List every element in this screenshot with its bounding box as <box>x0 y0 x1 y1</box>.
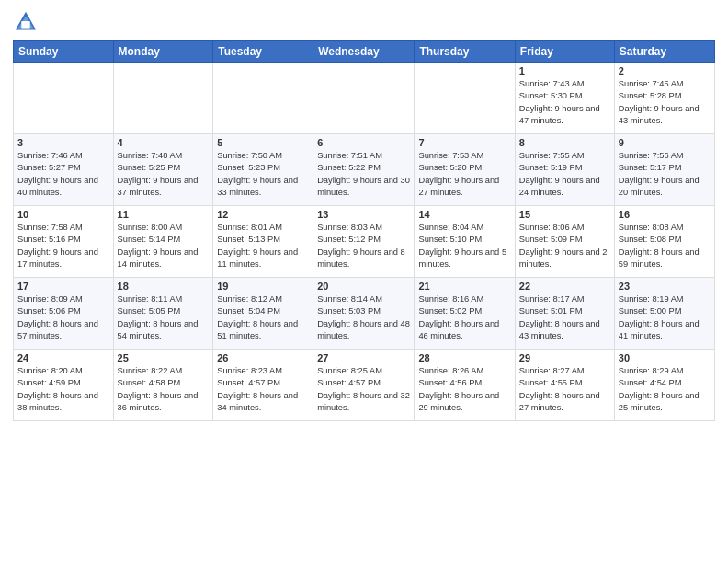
day-number: 17 <box>17 281 109 292</box>
calendar-cell: 24Sunrise: 8:20 AMSunset: 4:59 PMDayligh… <box>14 350 114 421</box>
day-number: 23 <box>619 281 711 292</box>
day-info: Sunrise: 7:43 AMSunset: 5:30 PMDaylight:… <box>519 78 610 128</box>
day-info: Sunrise: 8:17 AMSunset: 5:01 PMDaylight:… <box>519 293 610 343</box>
day-number: 27 <box>317 352 410 363</box>
day-info: Sunrise: 8:09 AMSunset: 5:06 PMDaylight:… <box>17 293 109 343</box>
day-number: 1 <box>519 65 610 76</box>
day-number: 26 <box>217 352 309 363</box>
day-info: Sunrise: 8:22 AMSunset: 4:58 PMDaylight:… <box>118 365 210 415</box>
calendar-cell: 4Sunrise: 7:48 AMSunset: 5:25 PMDaylight… <box>113 134 213 206</box>
calendar-cell: 22Sunrise: 8:17 AMSunset: 5:01 PMDayligh… <box>515 278 614 350</box>
calendar-cell: 29Sunrise: 8:27 AMSunset: 4:55 PMDayligh… <box>515 350 614 421</box>
day-info: Sunrise: 8:25 AMSunset: 4:57 PMDaylight:… <box>317 365 410 415</box>
day-number: 18 <box>118 281 210 292</box>
day-info: Sunrise: 8:27 AMSunset: 4:55 PMDaylight:… <box>519 365 610 415</box>
week-row-2: 3Sunrise: 7:46 AMSunset: 5:27 PMDaylight… <box>14 134 715 206</box>
day-info: Sunrise: 8:11 AMSunset: 5:05 PMDaylight:… <box>118 293 210 343</box>
day-number: 5 <box>217 137 309 148</box>
day-info: Sunrise: 8:20 AMSunset: 4:59 PMDaylight:… <box>17 365 109 415</box>
calendar-cell: 19Sunrise: 8:12 AMSunset: 5:04 PMDayligh… <box>213 278 313 350</box>
day-info: Sunrise: 7:58 AMSunset: 5:16 PMDaylight:… <box>17 222 109 271</box>
calendar-cell: 7Sunrise: 7:53 AMSunset: 5:20 PMDaylight… <box>415 134 515 206</box>
calendar-cell: 27Sunrise: 8:25 AMSunset: 4:57 PMDayligh… <box>313 350 415 421</box>
calendar-cell: 2Sunrise: 7:45 AMSunset: 5:28 PMDaylight… <box>614 63 714 134</box>
calendar-cell: 15Sunrise: 8:06 AMSunset: 5:09 PMDayligh… <box>515 206 614 278</box>
day-number: 29 <box>519 352 610 363</box>
day-info: Sunrise: 8:03 AMSunset: 5:12 PMDaylight:… <box>317 222 410 271</box>
day-number: 20 <box>317 281 410 292</box>
day-number: 30 <box>619 352 711 363</box>
calendar-cell: 25Sunrise: 8:22 AMSunset: 4:58 PMDayligh… <box>113 350 213 421</box>
day-info: Sunrise: 7:55 AMSunset: 5:19 PMDaylight:… <box>519 150 610 200</box>
day-number: 13 <box>317 209 410 220</box>
week-row-5: 24Sunrise: 8:20 AMSunset: 4:59 PMDayligh… <box>14 350 715 421</box>
calendar-cell: 16Sunrise: 8:08 AMSunset: 5:08 PMDayligh… <box>614 206 714 278</box>
weekday-header-saturday: Saturday <box>614 41 714 63</box>
day-number: 14 <box>418 209 510 220</box>
calendar-cell: 1Sunrise: 7:43 AMSunset: 5:30 PMDaylight… <box>515 63 614 134</box>
day-number: 10 <box>17 209 109 220</box>
day-number: 12 <box>217 209 309 220</box>
weekday-header-tuesday: Tuesday <box>213 41 313 63</box>
day-info: Sunrise: 8:19 AMSunset: 5:00 PMDaylight:… <box>619 293 711 343</box>
day-info: Sunrise: 8:01 AMSunset: 5:13 PMDaylight:… <box>217 222 309 271</box>
day-info: Sunrise: 8:14 AMSunset: 5:03 PMDaylight:… <box>317 293 410 343</box>
day-info: Sunrise: 7:45 AMSunset: 5:28 PMDaylight:… <box>619 78 711 128</box>
day-info: Sunrise: 8:04 AMSunset: 5:10 PMDaylight:… <box>418 222 510 271</box>
day-info: Sunrise: 8:23 AMSunset: 4:57 PMDaylight:… <box>217 365 309 415</box>
day-info: Sunrise: 8:12 AMSunset: 5:04 PMDaylight:… <box>217 293 309 343</box>
calendar-cell: 5Sunrise: 7:50 AMSunset: 5:23 PMDaylight… <box>213 134 313 206</box>
calendar-cell: 13Sunrise: 8:03 AMSunset: 5:12 PMDayligh… <box>313 206 415 278</box>
day-number: 3 <box>17 137 109 148</box>
day-number: 4 <box>118 137 210 148</box>
weekday-header-row: SundayMondayTuesdayWednesdayThursdayFrid… <box>14 41 715 63</box>
day-info: Sunrise: 7:46 AMSunset: 5:27 PMDaylight:… <box>17 150 109 200</box>
weekday-header-friday: Friday <box>515 41 614 63</box>
day-info: Sunrise: 8:00 AMSunset: 5:14 PMDaylight:… <box>118 222 210 271</box>
calendar-cell: 3Sunrise: 7:46 AMSunset: 5:27 PMDaylight… <box>14 134 114 206</box>
calendar-cell: 8Sunrise: 7:55 AMSunset: 5:19 PMDaylight… <box>515 134 614 206</box>
day-info: Sunrise: 8:16 AMSunset: 5:02 PMDaylight:… <box>418 293 510 343</box>
weekday-header-sunday: Sunday <box>14 41 114 63</box>
calendar-cell: 20Sunrise: 8:14 AMSunset: 5:03 PMDayligh… <box>313 278 415 350</box>
svg-rect-2 <box>21 21 29 28</box>
calendar-cell <box>415 63 515 134</box>
logo <box>13 9 42 35</box>
weekday-header-wednesday: Wednesday <box>313 41 415 63</box>
week-row-3: 10Sunrise: 7:58 AMSunset: 5:16 PMDayligh… <box>14 206 715 278</box>
weekday-header-thursday: Thursday <box>415 41 515 63</box>
calendar: SundayMondayTuesdayWednesdayThursdayFrid… <box>13 40 715 421</box>
day-info: Sunrise: 7:51 AMSunset: 5:22 PMDaylight:… <box>317 150 410 200</box>
day-number: 22 <box>519 281 610 292</box>
calendar-cell: 21Sunrise: 8:16 AMSunset: 5:02 PMDayligh… <box>415 278 515 350</box>
calendar-cell: 10Sunrise: 7:58 AMSunset: 5:16 PMDayligh… <box>14 206 114 278</box>
logo-icon <box>13 9 39 35</box>
day-number: 16 <box>619 209 711 220</box>
day-info: Sunrise: 8:08 AMSunset: 5:08 PMDaylight:… <box>619 222 711 271</box>
calendar-cell <box>313 63 415 134</box>
day-number: 28 <box>418 352 510 363</box>
day-number: 19 <box>217 281 309 292</box>
day-number: 11 <box>118 209 210 220</box>
day-number: 2 <box>619 65 711 76</box>
day-number: 25 <box>118 352 210 363</box>
week-row-1: 1Sunrise: 7:43 AMSunset: 5:30 PMDaylight… <box>14 63 715 134</box>
calendar-cell <box>213 63 313 134</box>
calendar-cell: 6Sunrise: 7:51 AMSunset: 5:22 PMDaylight… <box>313 134 415 206</box>
day-info: Sunrise: 7:50 AMSunset: 5:23 PMDaylight:… <box>217 150 309 200</box>
day-number: 7 <box>418 137 510 148</box>
weekday-header-monday: Monday <box>113 41 213 63</box>
calendar-cell: 14Sunrise: 8:04 AMSunset: 5:10 PMDayligh… <box>415 206 515 278</box>
calendar-cell: 23Sunrise: 8:19 AMSunset: 5:00 PMDayligh… <box>614 278 714 350</box>
calendar-cell: 18Sunrise: 8:11 AMSunset: 5:05 PMDayligh… <box>113 278 213 350</box>
calendar-cell: 28Sunrise: 8:26 AMSunset: 4:56 PMDayligh… <box>415 350 515 421</box>
calendar-cell: 11Sunrise: 8:00 AMSunset: 5:14 PMDayligh… <box>113 206 213 278</box>
calendar-cell <box>113 63 213 134</box>
calendar-cell: 30Sunrise: 8:29 AMSunset: 4:54 PMDayligh… <box>614 350 714 421</box>
day-number: 15 <box>519 209 610 220</box>
day-info: Sunrise: 7:48 AMSunset: 5:25 PMDaylight:… <box>118 150 210 200</box>
day-number: 24 <box>17 352 109 363</box>
day-number: 6 <box>317 137 410 148</box>
day-info: Sunrise: 7:56 AMSunset: 5:17 PMDaylight:… <box>619 150 711 200</box>
day-info: Sunrise: 8:26 AMSunset: 4:56 PMDaylight:… <box>418 365 510 415</box>
